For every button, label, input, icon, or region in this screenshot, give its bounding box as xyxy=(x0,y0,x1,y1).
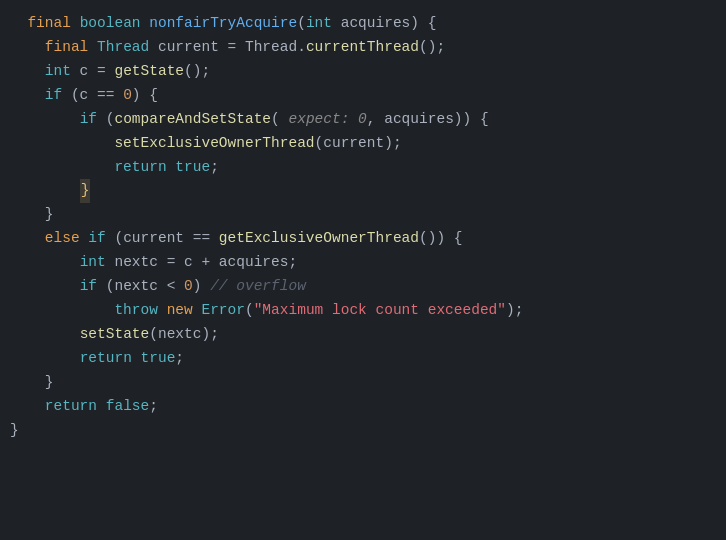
code-token: else xyxy=(45,227,80,251)
code-token xyxy=(10,395,45,419)
code-line: return false; xyxy=(10,395,706,419)
code-token: ( xyxy=(271,108,288,132)
code-token: (nextc < xyxy=(97,275,184,299)
code-token: Error xyxy=(201,299,245,323)
code-token: final xyxy=(45,36,89,60)
code-line: if (c == 0) { xyxy=(10,84,706,108)
code-token: (nextc); xyxy=(149,323,219,347)
code-token: ) { xyxy=(132,84,158,108)
code-token: getState xyxy=(114,60,184,84)
code-token: return xyxy=(45,395,97,419)
code-token xyxy=(10,347,80,371)
code-line: } xyxy=(10,371,706,395)
code-token: current = Thread. xyxy=(149,36,306,60)
code-token: true xyxy=(175,156,210,180)
code-line: throw new Error("Maximum lock count exce… xyxy=(10,299,706,323)
code-line: return true; xyxy=(10,156,706,180)
code-token: currentThread xyxy=(306,36,419,60)
code-token: ) xyxy=(193,275,210,299)
code-line: if (nextc < 0) // overflow xyxy=(10,275,706,299)
code-line: else if (current == getExclusiveOwnerThr… xyxy=(10,227,706,251)
code-token: ; xyxy=(210,156,219,180)
code-token xyxy=(10,179,80,203)
code-token: ; xyxy=(149,395,158,419)
code-token xyxy=(193,299,202,323)
code-line: if (compareAndSetState( expect: 0, acqui… xyxy=(10,108,706,132)
code-token xyxy=(88,36,97,60)
code-token: } xyxy=(10,419,19,443)
code-token: getExclusiveOwnerThread xyxy=(219,227,419,251)
code-token xyxy=(10,84,45,108)
code-token: acquires) { xyxy=(332,12,436,36)
code-token xyxy=(141,12,150,36)
code-line: int nextc = c + acquires; xyxy=(10,251,706,275)
code-token: int xyxy=(45,60,71,84)
code-token: 0 xyxy=(184,275,193,299)
code-token: return xyxy=(114,156,166,180)
code-line: } xyxy=(10,179,706,203)
code-token xyxy=(167,156,176,180)
code-token: } xyxy=(80,179,91,203)
code-token: // overflow xyxy=(210,275,306,299)
code-line: } xyxy=(10,419,706,443)
code-token: compareAndSetState xyxy=(114,108,271,132)
code-token: true xyxy=(141,347,176,371)
code-token: false xyxy=(106,395,150,419)
code-token: setExclusiveOwnerThread xyxy=(114,132,314,156)
code-token: new xyxy=(167,299,193,323)
code-token: if xyxy=(45,84,62,108)
code-token: (current == xyxy=(106,227,219,251)
code-line: final boolean nonfairTryAcquire(int acqu… xyxy=(10,12,706,36)
code-token: if xyxy=(80,108,97,132)
code-token: ( xyxy=(297,12,306,36)
code-editor: final boolean nonfairTryAcquire(int acqu… xyxy=(0,0,726,540)
code-token: , acquires)) { xyxy=(367,108,489,132)
code-line: setExclusiveOwnerThread(current); xyxy=(10,132,706,156)
code-token: int xyxy=(80,251,106,275)
code-token: ( xyxy=(245,299,254,323)
code-token xyxy=(10,275,80,299)
code-token xyxy=(10,108,80,132)
code-token: final xyxy=(27,12,71,36)
code-token xyxy=(10,156,114,180)
code-token xyxy=(10,323,80,347)
code-token xyxy=(97,395,106,419)
code-token: if xyxy=(80,275,97,299)
code-token: ; xyxy=(175,347,184,371)
code-token: if xyxy=(88,227,105,251)
code-token: boolean xyxy=(80,12,141,36)
code-token: return xyxy=(80,347,132,371)
code-token: int xyxy=(306,12,332,36)
code-token: } xyxy=(10,371,54,395)
code-token: expect: 0 xyxy=(288,108,366,132)
code-token xyxy=(10,60,45,84)
code-token: ); xyxy=(506,299,523,323)
code-line: return true; xyxy=(10,347,706,371)
code-token: setState xyxy=(80,323,150,347)
code-token xyxy=(132,347,141,371)
code-token: ()) { xyxy=(419,227,463,251)
code-token: Thread xyxy=(97,36,149,60)
code-token xyxy=(10,251,80,275)
code-token xyxy=(80,227,89,251)
code-token: (current); xyxy=(315,132,402,156)
code-token: nonfairTryAcquire xyxy=(149,12,297,36)
code-token xyxy=(158,299,167,323)
code-token: ( xyxy=(97,108,114,132)
code-token xyxy=(10,227,45,251)
code-token xyxy=(10,12,27,36)
code-token: (); xyxy=(184,60,210,84)
code-line: } xyxy=(10,203,706,227)
code-token: (c == xyxy=(62,84,123,108)
code-token xyxy=(71,12,80,36)
code-token: throw xyxy=(114,299,158,323)
code-line: int c = getState(); xyxy=(10,60,706,84)
code-token: nextc = c + acquires; xyxy=(106,251,297,275)
code-token xyxy=(10,36,45,60)
code-token: c = xyxy=(71,60,115,84)
code-token xyxy=(10,299,114,323)
code-token: } xyxy=(10,203,54,227)
code-line: final Thread current = Thread.currentThr… xyxy=(10,36,706,60)
code-token: (); xyxy=(419,36,445,60)
code-line: setState(nextc); xyxy=(10,323,706,347)
